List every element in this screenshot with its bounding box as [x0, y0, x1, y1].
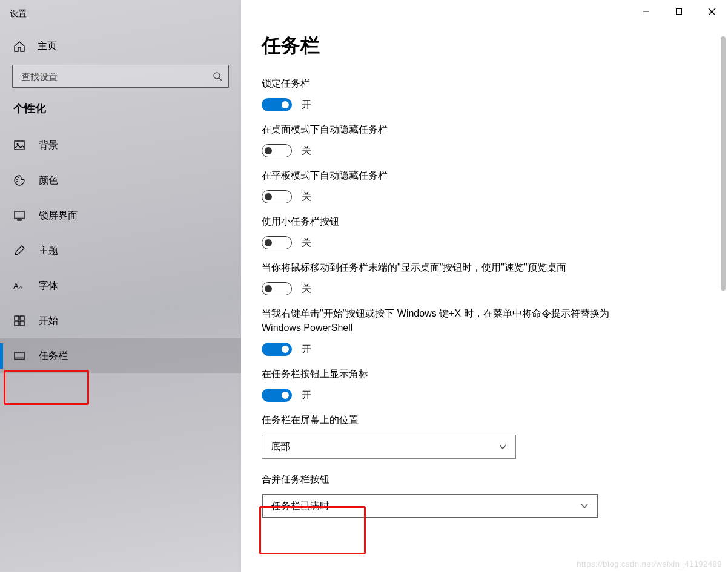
- start-icon: [13, 315, 25, 327]
- toggle-setting-3: 使用小任务栏按钮关: [262, 214, 613, 249]
- svg-rect-18: [15, 357, 24, 360]
- combine-setting: 合并任务栏按钮 任务栏已满时: [262, 472, 613, 518]
- brush-icon: [13, 245, 25, 257]
- svg-rect-14: [20, 316, 24, 320]
- search-input-wrap[interactable]: [12, 65, 229, 88]
- svg-rect-13: [15, 316, 19, 320]
- toggle-setting-1: 在桌面模式下自动隐藏任务栏关: [262, 122, 613, 157]
- sidebar-item-label: 主题: [39, 245, 58, 257]
- position-dropdown[interactable]: 底部: [262, 435, 516, 459]
- toggle-setting-6: 在任务栏按钮上显示角标开: [262, 367, 613, 402]
- search-input[interactable]: [21, 71, 213, 82]
- toggle-label: 在任务栏按钮上显示角标: [262, 367, 613, 381]
- position-setting: 任务栏在屏幕上的位置 底部: [262, 413, 613, 459]
- palette-icon: [13, 174, 25, 186]
- toggle-setting-4: 当你将鼠标移动到任务栏末端的"显示桌面"按钮时，使用"速览"预览桌面关: [262, 260, 613, 295]
- app-title: 设置: [0, 6, 241, 34]
- toggle-state: 关: [302, 191, 311, 203]
- toggle-state: 关: [302, 145, 311, 157]
- window-controls: [630, 0, 728, 23]
- combine-value: 任务栏已满时: [271, 500, 329, 513]
- toggle-state: 开: [302, 343, 311, 356]
- sidebar-item-label: 任务栏: [39, 350, 68, 363]
- main-content: 任务栏 锁定任务栏开在桌面模式下自动隐藏任务栏关在平板模式下自动隐藏任务栏关使用…: [241, 0, 728, 572]
- toggle-switch-3[interactable]: [262, 236, 292, 249]
- sidebar-item-label: 颜色: [39, 174, 58, 187]
- home-icon: [13, 41, 25, 53]
- svg-point-4: [16, 179, 18, 180]
- category-title: 个性化: [0, 99, 241, 128]
- combine-label: 合并任务栏按钮: [262, 472, 613, 487]
- minimize-button[interactable]: [630, 0, 663, 23]
- sidebar: 设置 主页 个性化 背景颜色锁屏界面主题AA字体开始任务栏: [0, 0, 241, 572]
- sidebar-item-5[interactable]: 开始: [0, 303, 241, 338]
- scrollbar-thumb[interactable]: [721, 36, 726, 291]
- toggle-label: 当你将鼠标移动到任务栏末端的"显示桌面"按钮时，使用"速览"预览桌面: [262, 260, 613, 275]
- svg-rect-20: [677, 9, 682, 15]
- sidebar-item-6[interactable]: 任务栏: [0, 338, 241, 373]
- sidebar-item-0[interactable]: 背景: [0, 128, 241, 163]
- page-title: 任务栏: [262, 33, 710, 59]
- home-label: 主页: [38, 40, 57, 53]
- toggle-switch-0[interactable]: [262, 98, 292, 111]
- sidebar-item-4[interactable]: AA字体: [0, 268, 241, 303]
- combine-dropdown[interactable]: 任务栏已满时: [262, 494, 598, 518]
- taskbar-icon: [13, 350, 25, 362]
- svg-text:A: A: [19, 284, 22, 291]
- svg-text:A: A: [13, 281, 19, 291]
- position-value: 底部: [271, 441, 290, 453]
- font-icon: AA: [13, 280, 25, 292]
- chevron-down-icon: [580, 502, 589, 510]
- sidebar-item-label: 开始: [39, 315, 58, 327]
- toggle-state: 开: [302, 389, 311, 402]
- watermark: https://blog.csdn.net/weixin_41192489: [577, 559, 722, 568]
- svg-rect-9: [18, 219, 21, 220]
- toggle-switch-6[interactable]: [262, 389, 292, 402]
- svg-rect-15: [15, 321, 19, 326]
- close-button[interactable]: [695, 0, 728, 23]
- sidebar-item-1[interactable]: 颜色: [0, 163, 241, 198]
- svg-rect-8: [15, 217, 24, 219]
- svg-point-0: [214, 73, 220, 79]
- position-label: 任务栏在屏幕上的位置: [262, 413, 613, 427]
- toggle-label: 使用小任务栏按钮: [262, 214, 613, 229]
- toggle-switch-1[interactable]: [262, 144, 292, 157]
- toggle-switch-4[interactable]: [262, 282, 292, 295]
- svg-point-6: [16, 181, 18, 182]
- toggle-state: 开: [302, 99, 311, 111]
- toggle-label: 在平板模式下自动隐藏任务栏: [262, 168, 613, 183]
- toggle-state: 关: [302, 237, 311, 249]
- sidebar-item-label: 字体: [39, 280, 58, 292]
- toggle-setting-2: 在平板模式下自动隐藏任务栏关: [262, 168, 613, 203]
- lockscreen-icon: [13, 209, 25, 222]
- toggle-label: 锁定任务栏: [262, 76, 613, 91]
- svg-rect-16: [20, 321, 24, 326]
- toggle-label: 当我右键单击"开始"按钮或按下 Windows 键+X 时，在菜单中将命令提示符…: [262, 306, 613, 335]
- svg-rect-2: [15, 141, 24, 150]
- toggle-setting-0: 锁定任务栏开: [262, 76, 613, 111]
- toggle-setting-5: 当我右键单击"开始"按钮或按下 Windows 键+X 时，在菜单中将命令提示符…: [262, 306, 613, 356]
- search-icon: [213, 71, 222, 81]
- svg-point-5: [18, 177, 19, 178]
- chevron-down-icon: [498, 442, 507, 451]
- sidebar-item-label: 锁屏界面: [39, 209, 78, 222]
- sidebar-item-3[interactable]: 主题: [0, 233, 241, 268]
- toggle-switch-5[interactable]: [262, 343, 292, 356]
- annotation-highlight-sidebar: [4, 370, 89, 405]
- sidebar-item-2[interactable]: 锁屏界面: [0, 198, 241, 233]
- sidebar-item-label: 背景: [39, 139, 58, 152]
- toggle-label: 在桌面模式下自动隐藏任务栏: [262, 122, 613, 137]
- maximize-button[interactable]: [663, 0, 695, 23]
- toggle-state: 关: [302, 283, 311, 295]
- svg-line-1: [219, 78, 222, 81]
- image-icon: [13, 139, 25, 151]
- toggle-switch-2[interactable]: [262, 190, 292, 203]
- svg-point-3: [17, 143, 19, 145]
- home-nav[interactable]: 主页: [0, 34, 241, 59]
